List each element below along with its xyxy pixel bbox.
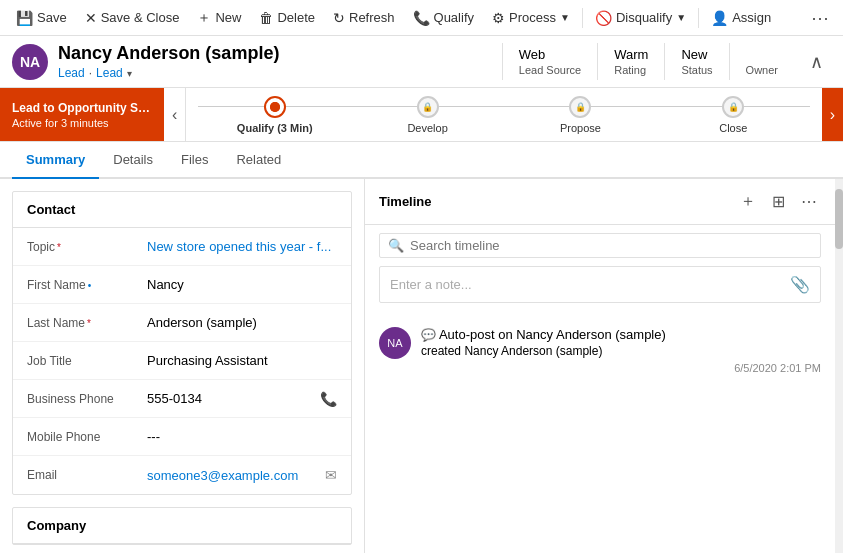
more-button[interactable]: ⋯ bbox=[805, 3, 835, 33]
autopost-icon: 💬 bbox=[421, 328, 436, 342]
value-businessphone[interactable]: 555-0134 bbox=[147, 391, 314, 406]
stage-bar: Lead to Opportunity Sale... Active for 3… bbox=[0, 88, 843, 142]
disqualify-button[interactable]: 🚫 Disqualify ▼ bbox=[587, 6, 694, 30]
stage-close[interactable]: 🔒 Close bbox=[657, 96, 810, 134]
timeline-filter-button[interactable]: ⊞ bbox=[768, 189, 789, 214]
disqualify-dropdown-icon: ▼ bbox=[676, 12, 686, 23]
refresh-icon: ↻ bbox=[333, 10, 345, 26]
label-businessphone: Business Phone bbox=[27, 392, 147, 406]
stage-next-button[interactable]: › bbox=[822, 88, 843, 141]
label-jobtitle: Job Title bbox=[27, 354, 147, 368]
field-mobilephone: Mobile Phone --- bbox=[13, 418, 351, 456]
lead-link1[interactable]: Lead bbox=[58, 66, 85, 80]
save-icon: 💾 bbox=[16, 10, 33, 26]
stage-circle-develop: 🔒 bbox=[417, 96, 439, 118]
note-placeholder: Enter a note... bbox=[390, 277, 790, 292]
assign-button[interactable]: 👤 Assign bbox=[703, 6, 779, 30]
record-subtitle: Lead · Lead ▾ bbox=[58, 66, 502, 80]
phone-icon[interactable]: 📞 bbox=[320, 391, 337, 407]
timeline-date: 6/5/2020 2:01 PM bbox=[421, 362, 821, 374]
field-lastname: Last Name* Anderson (sample) bbox=[13, 304, 351, 342]
stage-develop[interactable]: 🔒 Develop bbox=[351, 96, 504, 134]
timeline-post-title: 💬 Auto-post on Nancy Anderson (sample) bbox=[421, 327, 821, 342]
field-email: Email someone3@example.com ✉ bbox=[13, 456, 351, 494]
email-icon[interactable]: ✉ bbox=[325, 467, 337, 483]
contact-section: Contact Topic* New store opened this yea… bbox=[12, 191, 352, 495]
stage-promo-title: Lead to Opportunity Sale... bbox=[12, 101, 152, 115]
stage-label-close: Close bbox=[719, 122, 747, 134]
tab-details[interactable]: Details bbox=[99, 142, 167, 179]
toolbar: 💾 Save ✕ Save & Close ＋ New 🗑 Delete ↻ R… bbox=[0, 0, 843, 36]
stage-label-propose: Propose bbox=[560, 122, 601, 134]
timeline-post-sub: created Nancy Anderson (sample) bbox=[421, 344, 821, 358]
note-input-area[interactable]: Enter a note... 📎 bbox=[379, 266, 821, 303]
value-mobilephone[interactable]: --- bbox=[147, 429, 337, 444]
stage-circle-close: 🔒 bbox=[722, 96, 744, 118]
stage-prev-button[interactable]: ‹ bbox=[164, 88, 186, 141]
field-topic: Topic* New store opened this year - f... bbox=[13, 228, 351, 266]
chevron-down-icon[interactable]: ▾ bbox=[127, 68, 132, 79]
meta-rating: Warm Rating bbox=[597, 43, 664, 80]
process-button[interactable]: ⚙ Process ▼ bbox=[484, 6, 578, 30]
timeline-title: Timeline bbox=[379, 194, 736, 209]
qualify-icon: 📞 bbox=[413, 10, 430, 26]
timeline-item: NA 💬 Auto-post on Nancy Anderson (sample… bbox=[379, 319, 821, 382]
timeline-header: Timeline ＋ ⊞ ⋯ bbox=[365, 179, 835, 225]
qualify-button[interactable]: 📞 Qualify bbox=[405, 6, 482, 30]
search-input[interactable] bbox=[410, 238, 812, 253]
record-header: NA Nancy Anderson (sample) Lead · Lead ▾… bbox=[0, 36, 843, 88]
lead-link2[interactable]: Lead bbox=[96, 66, 123, 80]
stage-qualify[interactable]: Qualify (3 Min) bbox=[198, 96, 351, 134]
record-name: Nancy Anderson (sample) bbox=[58, 43, 502, 64]
value-jobtitle[interactable]: Purchasing Assistant bbox=[147, 353, 337, 368]
disqualify-icon: 🚫 bbox=[595, 10, 612, 26]
right-panel: Timeline ＋ ⊞ ⋯ 🔍 Enter a note... 📎 NA bbox=[365, 179, 835, 553]
tab-files[interactable]: Files bbox=[167, 142, 222, 179]
timeline-content: 💬 Auto-post on Nancy Anderson (sample) c… bbox=[421, 327, 821, 374]
tab-related[interactable]: Related bbox=[222, 142, 295, 179]
required-indicator: * bbox=[57, 242, 61, 253]
value-email[interactable]: someone3@example.com bbox=[147, 468, 319, 483]
new-button[interactable]: ＋ New bbox=[189, 5, 249, 31]
delete-icon: 🗑 bbox=[259, 10, 273, 26]
field-jobtitle: Job Title Purchasing Assistant bbox=[13, 342, 351, 380]
stage-promo: Lead to Opportunity Sale... Active for 3… bbox=[0, 88, 164, 141]
label-firstname: First Name• bbox=[27, 278, 147, 292]
value-firstname[interactable]: Nancy bbox=[147, 277, 337, 292]
assign-icon: 👤 bbox=[711, 10, 728, 26]
timeline-search[interactable]: 🔍 bbox=[379, 233, 821, 258]
attach-icon[interactable]: 📎 bbox=[790, 275, 810, 294]
scrollbar[interactable] bbox=[835, 179, 843, 553]
stage-propose[interactable]: 🔒 Propose bbox=[504, 96, 657, 134]
contact-section-title: Contact bbox=[13, 192, 351, 228]
header-info: Nancy Anderson (sample) Lead · Lead ▾ bbox=[58, 43, 502, 80]
fn-required: • bbox=[88, 280, 92, 291]
collapse-button[interactable]: ∧ bbox=[802, 47, 831, 77]
save-close-button[interactable]: ✕ Save & Close bbox=[77, 6, 188, 30]
tab-summary[interactable]: Summary bbox=[12, 142, 99, 179]
timeline-add-button[interactable]: ＋ bbox=[736, 189, 760, 214]
timeline-avatar: NA bbox=[379, 327, 411, 359]
tabs: Summary Details Files Related bbox=[0, 142, 843, 179]
refresh-button[interactable]: ↻ Refresh bbox=[325, 6, 403, 30]
save-close-icon: ✕ bbox=[85, 10, 97, 26]
stage-circle-qualify bbox=[264, 96, 286, 118]
delete-button[interactable]: 🗑 Delete bbox=[251, 6, 323, 30]
timeline-more-button[interactable]: ⋯ bbox=[797, 189, 821, 214]
separator bbox=[582, 8, 583, 28]
value-lastname[interactable]: Anderson (sample) bbox=[147, 315, 337, 330]
value-topic[interactable]: New store opened this year - f... bbox=[147, 239, 337, 254]
avatar: NA bbox=[12, 44, 48, 80]
separator2 bbox=[698, 8, 699, 28]
save-button[interactable]: 💾 Save bbox=[8, 6, 75, 30]
process-dropdown-icon: ▼ bbox=[560, 12, 570, 23]
stage-label-qualify: Qualify (3 Min) bbox=[237, 122, 313, 134]
label-mobilephone: Mobile Phone bbox=[27, 430, 147, 444]
main-content: Contact Topic* New store opened this yea… bbox=[0, 179, 843, 553]
timeline-items: NA 💬 Auto-post on Nancy Anderson (sample… bbox=[365, 311, 835, 390]
label-lastname: Last Name* bbox=[27, 316, 147, 330]
label-email: Email bbox=[27, 468, 147, 482]
left-panel: Contact Topic* New store opened this yea… bbox=[0, 179, 365, 553]
company-section: Company bbox=[12, 507, 352, 545]
stages-container: Qualify (3 Min) 🔒 Develop 🔒 Propose bbox=[186, 88, 821, 141]
